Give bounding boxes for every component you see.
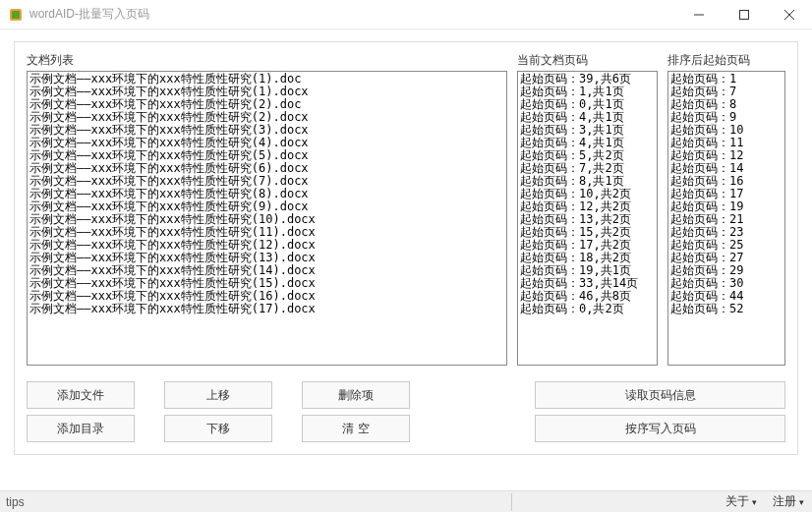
chevron-down-icon: ▾	[752, 497, 757, 507]
titlebar: wordAID-批量写入页码	[0, 0, 812, 29]
sorted-page-list[interactable]: 起始页码：1起始页码：7起始页码：8起始页码：9起始页码：10起始页码：11起始…	[667, 71, 785, 366]
window-title: wordAID-批量写入页码	[29, 6, 149, 23]
main-panel: 文档列表 示例文档――xxx环境下的xxx特性质性研究(1).doc示例文档――…	[14, 41, 798, 455]
move-up-button[interactable]: 上移	[164, 381, 272, 409]
add-dir-button[interactable]: 添加目录	[27, 415, 135, 442]
list-item[interactable]: 起始页码：52	[670, 303, 783, 315]
status-tips: tips	[0, 495, 25, 509]
clear-button[interactable]: 清 空	[302, 415, 410, 442]
list-item[interactable]: 示例文档――xxx环境下的xxx特性质性研究(17).docx	[29, 303, 504, 315]
doc-list-label: 文档列表	[27, 52, 507, 69]
current-page-label: 当前文档页码	[517, 52, 658, 69]
svg-rect-3	[740, 10, 749, 19]
read-page-info-button[interactable]: 读取页码信息	[535, 381, 785, 409]
chevron-down-icon: ▾	[799, 497, 804, 507]
svg-rect-1	[12, 11, 20, 19]
about-menu[interactable]: 关于▾	[718, 493, 765, 510]
move-down-button[interactable]: 下移	[164, 415, 272, 442]
current-page-list[interactable]: 起始页码：39,共6页起始页码：1,共1页起始页码：0,共1页起始页码：4,共1…	[517, 71, 658, 366]
list-item[interactable]: 起始页码：0,共2页	[520, 303, 655, 315]
sorted-page-label: 排序后起始页码	[667, 52, 785, 69]
write-page-seq-button[interactable]: 按序写入页码	[535, 415, 785, 442]
minimize-button[interactable]	[676, 0, 722, 29]
register-menu[interactable]: 注册▾	[765, 493, 812, 510]
add-file-button[interactable]: 添加文件	[27, 381, 135, 409]
delete-button[interactable]: 删除项	[302, 381, 410, 409]
doc-list[interactable]: 示例文档――xxx环境下的xxx特性质性研究(1).doc示例文档――xxx环境…	[27, 71, 507, 366]
status-empty-cell	[511, 493, 718, 511]
close-button[interactable]	[767, 0, 812, 29]
maximize-button[interactable]	[722, 0, 767, 29]
statusbar: tips 关于▾ 注册▾	[0, 490, 812, 512]
app-icon	[8, 7, 24, 23]
